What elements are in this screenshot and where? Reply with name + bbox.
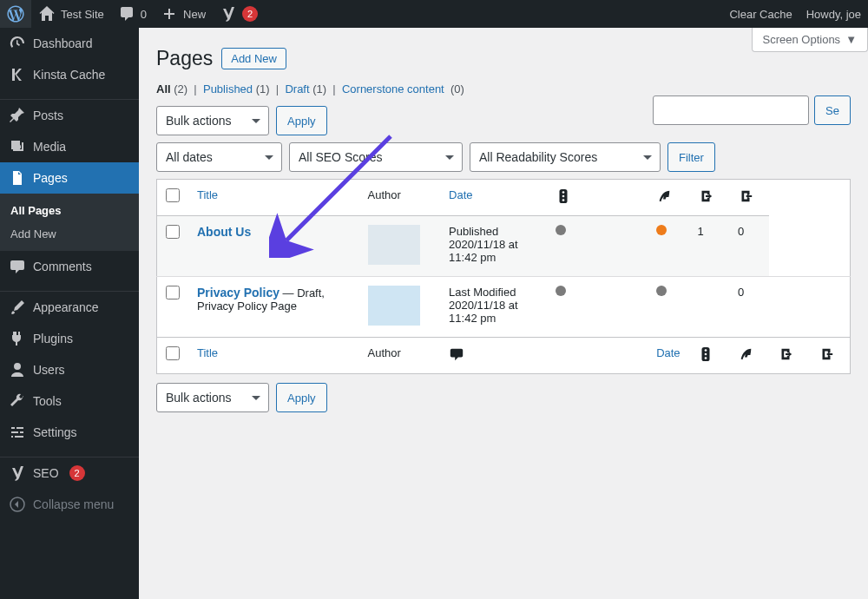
- dates-select[interactable]: All dates: [156, 142, 282, 172]
- row-title-link[interactable]: About Us: [197, 225, 251, 239]
- search-button[interactable]: Se: [814, 95, 851, 125]
- readability-select[interactable]: All Readability Scores: [470, 142, 661, 172]
- menu-seo[interactable]: SEO 2: [0, 457, 139, 489]
- links-in-cell: [689, 277, 729, 338]
- col-title[interactable]: Title: [188, 338, 359, 374]
- collapse-label: Collapse menu: [33, 497, 114, 511]
- col-readability: [648, 180, 689, 216]
- row-title-link[interactable]: Privacy Policy: [197, 286, 279, 300]
- submenu-all-pages[interactable]: All Pages: [0, 199, 139, 222]
- comments-count: 0: [141, 8, 147, 21]
- site-name[interactable]: Test Site: [31, 0, 111, 28]
- menu-kinsta-cache[interactable]: Kinsta Cache: [0, 59, 139, 90]
- collapse-icon: [9, 496, 26, 513]
- yoast-icon: [9, 464, 26, 482]
- seo-score-cell: [547, 277, 648, 338]
- menu-appearance[interactable]: Appearance: [0, 292, 139, 323]
- menu-posts-label: Posts: [33, 109, 63, 122]
- comments-bubble[interactable]: 0: [111, 0, 154, 28]
- brush-icon: [9, 299, 26, 316]
- col-links-out: [729, 180, 769, 216]
- adminbar-spacer: [265, 0, 722, 28]
- screen-options-label: Screen Options: [763, 33, 841, 46]
- admin-menu: Dashboard Kinsta Cache Posts Media Pages…: [0, 28, 139, 599]
- filter-published[interactable]: Published: [203, 82, 253, 95]
- col-links-out: [810, 338, 851, 374]
- menu-pages[interactable]: Pages: [0, 162, 139, 194]
- sliders-icon: [9, 424, 26, 441]
- col-readability: [729, 338, 769, 374]
- bulk-actions-select-bottom[interactable]: Bulk actions: [156, 383, 269, 412]
- menu-users[interactable]: Users: [0, 354, 139, 385]
- svg-point-6: [704, 349, 707, 352]
- plus-icon: [161, 5, 178, 23]
- table-row: Privacy Policy — Draft, Privacy Policy P…: [157, 277, 851, 338]
- collapse-menu[interactable]: Collapse menu: [0, 489, 139, 520]
- wp-logo[interactable]: [0, 0, 31, 28]
- feather-icon: [738, 346, 753, 362]
- page-title: Pages: [156, 47, 213, 70]
- pages-table: Title Author Date About Us Published 202…: [156, 179, 851, 374]
- howdy[interactable]: Howdy, joe: [799, 0, 868, 28]
- select-all-checkbox-bottom[interactable]: [166, 346, 180, 360]
- svg-point-2: [562, 191, 565, 194]
- filter-cornerstone[interactable]: Cornerstone content: [342, 82, 444, 95]
- col-author: Author: [368, 346, 401, 359]
- col-seo: [547, 180, 648, 216]
- yoast-item[interactable]: 2: [213, 0, 265, 28]
- add-new-button[interactable]: Add New: [221, 48, 286, 69]
- menu-tools[interactable]: Tools: [0, 385, 139, 417]
- menu-dashboard-label: Dashboard: [33, 36, 93, 50]
- plug-icon: [9, 330, 26, 347]
- table-row: About Us Published 2020/11/18 at 11:42 p…: [157, 216, 851, 277]
- clear-cache[interactable]: Clear Cache: [722, 0, 799, 28]
- user-icon: [9, 361, 26, 378]
- menu-settings-label: Settings: [33, 425, 77, 439]
- col-links-in: [769, 338, 809, 374]
- link-in-icon: [698, 188, 713, 204]
- seo-traffic-icon: [556, 188, 571, 204]
- filter-all[interactable]: All: [156, 82, 171, 95]
- menu-settings[interactable]: Settings: [0, 417, 139, 448]
- col-date[interactable]: Date: [440, 180, 547, 216]
- wrench-icon: [9, 392, 26, 410]
- links-out-cell: 0: [729, 277, 769, 338]
- readability-cell: [648, 216, 689, 277]
- search-input[interactable]: [653, 95, 809, 125]
- row-checkbox[interactable]: [166, 225, 180, 239]
- select-all-checkbox[interactable]: [166, 188, 180, 202]
- svg-point-3: [562, 195, 565, 198]
- menu-comments-label: Comments: [33, 260, 92, 273]
- apply-button-bottom[interactable]: Apply: [276, 383, 327, 412]
- screen-options-tab[interactable]: Screen Options ▼: [752, 28, 868, 52]
- pin-icon: [9, 107, 26, 124]
- links-out-cell: 0: [729, 216, 769, 277]
- menu-media[interactable]: Media: [0, 131, 139, 162]
- menu-media-label: Media: [33, 140, 66, 154]
- menu-comments[interactable]: Comments: [0, 251, 139, 282]
- comment-icon: [118, 5, 135, 23]
- link-out-icon: [819, 346, 834, 362]
- svg-point-4: [562, 199, 565, 201]
- menu-users-label: Users: [33, 363, 65, 377]
- row-date: Last Modified 2020/11/18 at 11:42 pm: [440, 277, 547, 338]
- submenu-add-new[interactable]: Add New: [0, 222, 139, 246]
- col-date[interactable]: Date: [648, 338, 689, 374]
- menu-posts[interactable]: Posts: [0, 100, 139, 131]
- menu-plugins[interactable]: Plugins: [0, 323, 139, 354]
- filter-draft[interactable]: Draft: [285, 82, 309, 95]
- col-title[interactable]: Title: [188, 180, 359, 216]
- seo-scores-select[interactable]: All SEO Scores: [289, 142, 463, 172]
- author-avatar: [368, 286, 420, 326]
- bulk-actions-select[interactable]: Bulk actions: [156, 106, 269, 135]
- row-checkbox[interactable]: [166, 286, 180, 300]
- status-filters: All (2) | Published (1) | Draft (1) | Co…: [156, 82, 851, 95]
- search-box: Se: [653, 95, 851, 125]
- filter-button[interactable]: Filter: [667, 142, 715, 172]
- menu-dashboard[interactable]: Dashboard: [0, 28, 139, 59]
- new-content[interactable]: New: [154, 0, 213, 28]
- status-dot-grey: [556, 225, 566, 235]
- apply-button-top[interactable]: Apply: [276, 106, 327, 135]
- col-comments: [440, 338, 547, 374]
- menu-pages-label: Pages: [33, 171, 68, 185]
